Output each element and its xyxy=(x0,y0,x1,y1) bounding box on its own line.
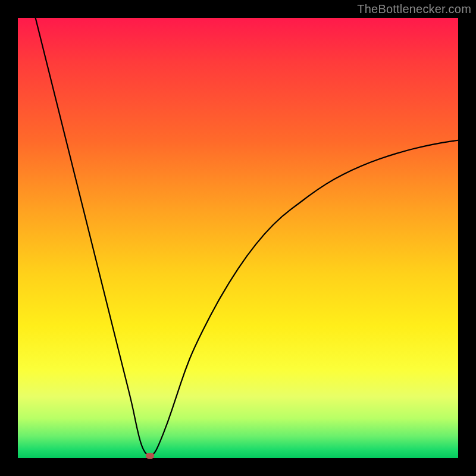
bottleneck-curve xyxy=(18,18,458,458)
plot-area xyxy=(18,18,458,458)
optimal-point-marker xyxy=(146,453,154,459)
chart-frame: TheBottlenecker.com xyxy=(0,0,476,476)
watermark-text: TheBottlenecker.com xyxy=(357,2,471,16)
